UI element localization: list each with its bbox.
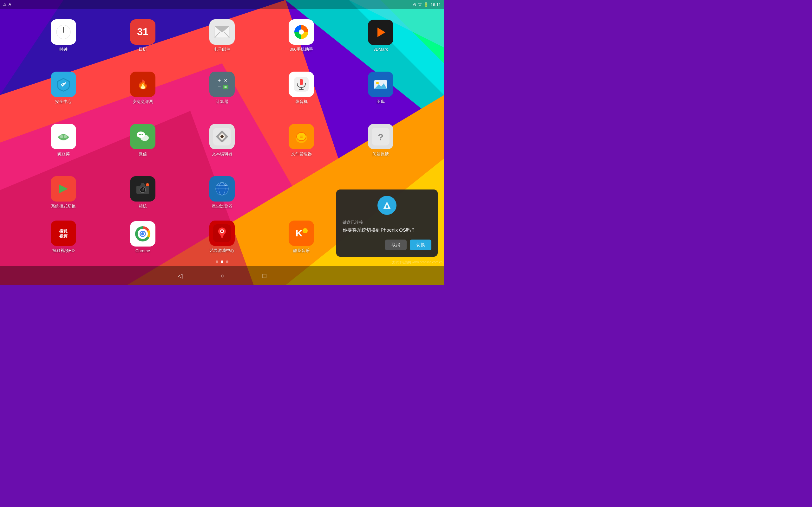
svg-point-15 xyxy=(63,32,64,33)
browser-icon: ✦ xyxy=(209,176,235,202)
filemanager-icon: ≡ xyxy=(289,124,314,149)
camera-label: 相机 xyxy=(139,204,147,209)
aiguo-icon xyxy=(209,221,235,246)
app-switch[interactable]: 系统模式切换 xyxy=(44,176,83,209)
dialog-subtitle: 键盘已连接 xyxy=(343,220,432,225)
app-browser[interactable]: ✦ 星尘浏览器 xyxy=(203,176,241,209)
svg-text:≡: ≡ xyxy=(300,134,303,139)
app-feedback[interactable]: ? 问题反馈 xyxy=(362,124,400,157)
wandou-icon xyxy=(51,124,76,149)
feedback-icon: ? xyxy=(368,124,393,149)
360-icon xyxy=(289,19,314,45)
wechat-icon xyxy=(130,124,155,149)
kugou-label: 酷我音乐 xyxy=(293,248,310,253)
page-dot-2[interactable] xyxy=(221,261,223,263)
svg-point-41 xyxy=(60,135,63,138)
wechat-label: 微信 xyxy=(139,151,147,157)
app-clock[interactable]: 时钟 xyxy=(44,19,83,52)
app-recorder[interactable]: 录音机 xyxy=(282,72,320,105)
email-icon xyxy=(209,19,235,45)
switch-label: 系统模式切换 xyxy=(51,204,76,209)
switch-icon xyxy=(51,176,76,202)
feedback-label: 问题反馈 xyxy=(372,151,389,157)
svg-point-48 xyxy=(142,134,143,135)
navigation-bar: ◁ ○ □ xyxy=(0,266,444,285)
page-dots xyxy=(216,261,229,263)
svg-text:?: ? xyxy=(378,132,384,142)
app-chrome[interactable]: Chrome xyxy=(124,221,162,253)
home-button[interactable]: ○ xyxy=(220,272,224,279)
kugou-icon: K ♪ xyxy=(289,221,314,246)
sohu-icon: 搜狐 视频 xyxy=(51,221,76,246)
3dmark-icon xyxy=(368,20,393,45)
app-wandou[interactable]: 豌豆荚 xyxy=(44,124,83,157)
status-bar: ⚠ A ⊖ ▽ 🔋 16:11 xyxy=(0,0,444,9)
battery-icon: 🔋 xyxy=(423,2,428,7)
app-antutu[interactable]: 🔥 安兔兔评测 xyxy=(124,72,162,105)
texteditor-icon xyxy=(209,124,235,149)
watermark: 太平洋电脑网 www.pconline.com.cn xyxy=(392,260,443,265)
filemanager-label: 文件管理器 xyxy=(291,151,312,157)
notification-icon: ⚠ xyxy=(3,2,7,7)
app-sohu[interactable]: 搜狐 视频 搜狐视频HD xyxy=(44,221,83,253)
svg-rect-33 xyxy=(300,79,303,85)
camera-icon xyxy=(130,176,155,202)
recents-button[interactable]: □ xyxy=(263,272,266,279)
svg-text:K: K xyxy=(296,228,303,238)
app-filemanager[interactable]: ≡ 文件管理器 xyxy=(282,124,320,157)
time-display: 16:11 xyxy=(430,2,441,7)
wandou-label: 豌豆荚 xyxy=(57,151,70,157)
page-dot-3[interactable] xyxy=(226,261,229,263)
svg-point-68 xyxy=(146,183,149,186)
svg-text:视频: 视频 xyxy=(59,234,68,239)
app-gallery[interactable]: 图库 xyxy=(362,72,400,105)
aiguo-label: 艺果游戏中心 xyxy=(210,248,235,253)
svg-point-42 xyxy=(64,135,67,138)
app-security[interactable]: 安全中心 xyxy=(44,72,83,105)
dialog-app-icon xyxy=(377,196,397,215)
svg-text:搜狐: 搜狐 xyxy=(59,229,68,233)
antutu-icon: 🔥 xyxy=(130,72,155,97)
svg-point-21 xyxy=(299,30,304,35)
app-3dmark[interactable]: 3DMark xyxy=(362,20,400,52)
dialog-buttons: 取消 切换 xyxy=(343,239,432,250)
app-calculator[interactable]: + × − = 计算器 xyxy=(203,72,241,105)
switch-dialog: 键盘已连接 你要将系统切换到Phoenix OS吗？ 取消 切换 xyxy=(336,189,438,257)
svg-point-83 xyxy=(141,232,144,235)
browser-label: 星尘浏览器 xyxy=(212,204,233,209)
svg-text:=: = xyxy=(224,84,227,90)
svg-point-87 xyxy=(221,230,223,232)
app-texteditor[interactable]: 文本编辑器 xyxy=(203,124,241,157)
calendar-label: 日历 xyxy=(139,47,147,52)
app-360[interactable]: 360手机助手 xyxy=(282,19,320,52)
app-calendar[interactable]: 31 日历 xyxy=(124,19,162,52)
svg-rect-26 xyxy=(213,75,231,93)
cancel-button[interactable]: 取消 xyxy=(385,239,407,250)
calendar-icon: 31 xyxy=(130,19,155,45)
confirm-button[interactable]: 切换 xyxy=(410,239,432,250)
3dmark-label: 3DMark xyxy=(373,47,388,52)
app-wechat[interactable]: 微信 xyxy=(124,124,162,157)
svg-point-38 xyxy=(376,82,379,84)
svg-point-47 xyxy=(140,134,142,135)
app-aiguo[interactable]: 艺果游戏中心 xyxy=(203,221,241,253)
svg-text:×: × xyxy=(224,77,227,83)
chrome-label: Chrome xyxy=(136,248,150,253)
svg-marker-22 xyxy=(377,27,386,37)
chrome-icon xyxy=(130,221,155,246)
email-label: 电子邮件 xyxy=(214,47,230,52)
security-icon xyxy=(51,72,76,97)
back-button[interactable]: ◁ xyxy=(177,272,183,279)
app-email[interactable]: 电子邮件 xyxy=(203,19,241,52)
sohu-label: 搜狐视频HD xyxy=(52,248,75,253)
svg-text:♪: ♪ xyxy=(304,229,306,233)
page-dot-1[interactable] xyxy=(216,261,218,263)
app-camera[interactable]: 相机 xyxy=(124,176,162,209)
clock-label: 时钟 xyxy=(59,47,67,52)
svg-point-95 xyxy=(386,205,388,208)
app-icon-small: A xyxy=(9,2,11,7)
svg-text:−: − xyxy=(217,83,221,90)
svg-text:✦: ✦ xyxy=(224,183,227,187)
app-kugou[interactable]: K ♪ 酷我音乐 xyxy=(282,221,320,253)
battery-saver-icon: ⊖ xyxy=(413,2,416,7)
